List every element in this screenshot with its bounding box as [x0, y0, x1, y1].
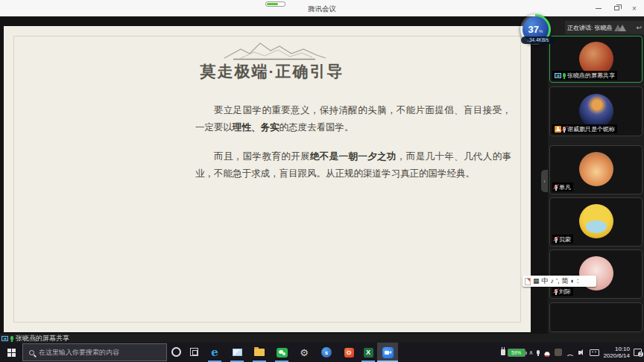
participant-1-nametag: 张晓燕的屏幕共享 — [552, 71, 617, 80]
screen-share-icon — [1, 336, 8, 341]
screen-share-icon — [555, 73, 561, 78]
mic-muted-icon — [555, 237, 558, 241]
close-button[interactable]: × — [629, 3, 640, 13]
taskbar-app-explorer[interactable] — [249, 343, 270, 362]
mic-on-icon — [10, 336, 13, 340]
participant-4-nametag: 贝蒙 — [552, 235, 573, 244]
ime-notepad-icon[interactable] — [525, 278, 531, 285]
cortana-button[interactable] — [171, 347, 181, 357]
participant-3-nametag: 单凡 — [552, 182, 573, 191]
participant-3-avatar — [579, 152, 613, 186]
participant-2-name: 谢威鹏只是个昵称 — [567, 125, 615, 133]
presentation-slide: 莫走极端·正确引导 要立足国学的重要意义，保持清醒的头脑，不能片面提倡、盲目接受… — [4, 26, 531, 332]
taskbar-app-office[interactable]: O — [338, 343, 359, 362]
windows-taskbar: 在这里输入你要搜索的内容 e ⚙ s O X — [0, 343, 644, 362]
participant-4-avatar — [579, 204, 613, 238]
face-mask-graphic — [586, 220, 607, 233]
participant-5-nametag: 刘际 — [552, 287, 573, 296]
mic-on-icon — [563, 73, 566, 77]
taskbar-app-meeting[interactable] — [377, 343, 398, 362]
ime-keyboard-icon[interactable]: ▦ — [533, 276, 540, 287]
notification-center-icon[interactable]: 2 — [634, 349, 642, 356]
excel-icon: X — [364, 348, 373, 358]
taskbar-app-blue[interactable]: s — [316, 343, 337, 362]
start-button[interactable] — [0, 343, 22, 362]
window-controls: × — [593, 0, 640, 16]
speaker-icon[interactable] — [578, 349, 586, 356]
tray-clock[interactable]: 10:10 2020/6/14 — [603, 346, 630, 359]
network-percent: 37 — [528, 24, 539, 35]
ime-menu-icon[interactable]: : — [577, 276, 579, 287]
tray-mic-icon[interactable] — [537, 350, 540, 355]
mic-muted-icon — [555, 289, 558, 293]
ime-punctuation-mode[interactable]: ’, — [556, 276, 560, 287]
ime-chinese-mode[interactable]: 中 — [542, 276, 549, 287]
participant-tile-4[interactable]: 贝蒙 — [549, 197, 643, 247]
speaking-banner: 正在讲话: 张晓燕 ↩ — [565, 21, 644, 34]
participant-1-name: 张晓燕的屏幕共享 — [567, 72, 615, 80]
restore-button[interactable] — [611, 3, 622, 13]
wifi-icon[interactable] — [566, 349, 575, 356]
qq-tray-icon[interactable] — [543, 349, 551, 357]
participant-5-name: 刘际 — [559, 288, 571, 296]
taskbar-app-wechat[interactable] — [271, 343, 292, 362]
tray-chevron-icon[interactable]: ∧ — [529, 349, 534, 356]
slide-paragraph-2: 而且，国学教育的开展绝不是一朝一夕之功，而是几十年、几代人的事业，不能急于求成，… — [195, 148, 511, 182]
mic-muted-icon — [555, 185, 558, 189]
app-titlebar: 腾讯会议 × — [0, 0, 644, 16]
taskbar-search-input[interactable]: 在这里输入你要搜索的内容 — [22, 343, 167, 361]
battery-tray-indicator[interactable]: 59% — [508, 349, 525, 357]
sidebar-collapse-handle[interactable]: › — [541, 170, 548, 192]
back-arrow-icon[interactable]: ↩ — [636, 24, 642, 31]
participant-2-nametag: 谢威鹏只是个昵称 — [552, 124, 617, 133]
speaking-banner-label: 正在讲话: 张晓燕 — [567, 24, 612, 32]
minimize-icon — [596, 8, 602, 9]
search-icon — [29, 350, 34, 355]
screen: 腾讯会议 × 莫走极端·正确引导 要立足国学的重要意义，保持清醒的头脑，不能片面… — [0, 0, 644, 362]
network-speed-value: 34.4KB/s — [529, 37, 549, 42]
touch-keyboard-icon[interactable] — [590, 349, 599, 356]
blue-app-icon: s — [321, 347, 332, 358]
participant-tile-1[interactable]: 张晓燕的屏幕共享 — [549, 36, 643, 83]
wechat-icon — [277, 348, 288, 358]
minimize-button[interactable] — [593, 3, 604, 13]
edge-icon: e — [211, 347, 218, 358]
slide-body: 要立足国学的重要意义，保持清醒的头脑，不能片面提倡、盲目接受，一定要以理性、务实… — [195, 102, 511, 182]
host-badge-icon — [555, 126, 561, 133]
slide-title: 莫走极端·正确引导 — [116, 61, 429, 82]
taskbar-app-mail[interactable] — [227, 343, 247, 362]
manager-tray-icon[interactable] — [555, 349, 562, 356]
ime-toolbar[interactable]: ▦ 中 ♪ ’, 简 ◐ : — [523, 276, 596, 287]
screen-share-statusbar: 张晓燕的屏幕共享 — [0, 334, 644, 343]
network-speed-pill: ↓34.4KB/s — [521, 36, 555, 44]
search-placeholder: 在这里输入你要搜索的内容 — [39, 348, 119, 358]
ime-sound-icon[interactable]: ♪ — [551, 276, 555, 287]
power-plug-icon — [501, 349, 505, 355]
participant-tile-5[interactable]: 刘际 — [549, 250, 643, 299]
gear-icon: ⚙ — [300, 348, 309, 358]
screen-share-label: 张晓燕的屏幕共享 — [16, 334, 69, 343]
task-view-button[interactable] — [190, 348, 198, 356]
participant-tile-2[interactable]: 谢威鹏只是个昵称 — [549, 86, 643, 136]
meeting-logo-icon — [614, 25, 626, 31]
participant-tile-3[interactable]: 单凡 — [549, 145, 643, 194]
taskbar-app-excel[interactable]: X — [358, 343, 379, 362]
taskbar-app-settings[interactable]: ⚙ — [294, 343, 315, 362]
participant-2-avatar — [579, 94, 613, 128]
ime-halfwidth-icon[interactable]: ◐ — [571, 276, 575, 287]
tray-time: 10:10 — [603, 346, 630, 352]
taskbar-app-edge[interactable]: e — [204, 343, 225, 362]
restore-icon — [614, 6, 619, 10]
mountain-sketch-image — [218, 39, 329, 64]
mail-icon — [233, 349, 242, 356]
windows-logo-icon — [7, 349, 16, 357]
ime-simplified-mode[interactable]: 简 — [562, 276, 569, 287]
tencent-meeting-icon — [382, 347, 394, 358]
slide-paragraph-1: 要立足国学的重要意义，保持清醒的头脑，不能片面提倡、盲目接受，一定要以理性、务实… — [195, 102, 511, 136]
folder-icon — [254, 349, 265, 356]
tray-date: 2020/6/14 — [603, 352, 630, 359]
participant-4-name: 贝蒙 — [559, 235, 571, 244]
system-tray: 59% ∧ 10:10 2020/6/14 2 — [501, 343, 642, 362]
participant-3-name: 单凡 — [559, 183, 571, 191]
participant-tile-6-partial[interactable] — [549, 302, 643, 332]
